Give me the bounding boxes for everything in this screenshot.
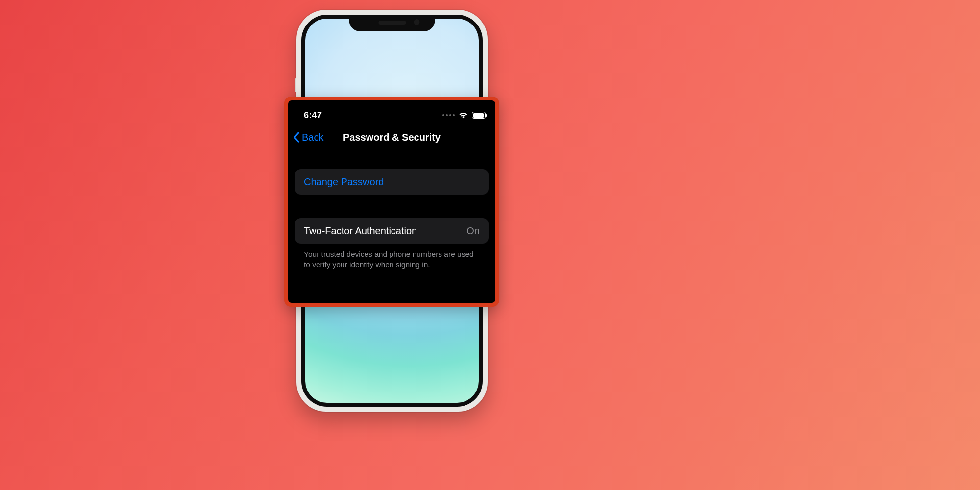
mute-switch: [295, 78, 296, 92]
iphone-notch: [349, 15, 435, 31]
group-two-factor: Two-Factor Authentication On: [295, 218, 489, 244]
back-label: Back: [302, 132, 323, 143]
settings-content: Change Password Two-Factor Authenticatio…: [288, 169, 495, 270]
two-factor-label: Two-Factor Authentication: [304, 225, 417, 237]
group-change-password: Change Password: [295, 169, 489, 195]
cellular-dots-icon: [442, 114, 455, 116]
two-factor-footer-text: Your trusted devices and phone numbers a…: [295, 244, 489, 270]
settings-screen: 6:47 Back Password & Security: [288, 100, 495, 303]
wifi-icon: [459, 112, 468, 119]
back-button[interactable]: Back: [293, 132, 323, 143]
settings-screenshot-overlay: 6:47 Back Password & Security: [284, 97, 499, 307]
status-indicators: [442, 112, 486, 119]
change-password-row[interactable]: Change Password: [295, 169, 489, 195]
two-factor-value: On: [466, 225, 480, 237]
battery-icon: [472, 112, 486, 119]
status-time: 6:47: [304, 110, 322, 121]
chevron-left-icon: [293, 132, 300, 143]
status-bar: 6:47: [288, 100, 495, 126]
nav-bar: Back Password & Security: [288, 126, 495, 148]
two-factor-row[interactable]: Two-Factor Authentication On: [295, 218, 489, 244]
change-password-label: Change Password: [304, 176, 384, 188]
